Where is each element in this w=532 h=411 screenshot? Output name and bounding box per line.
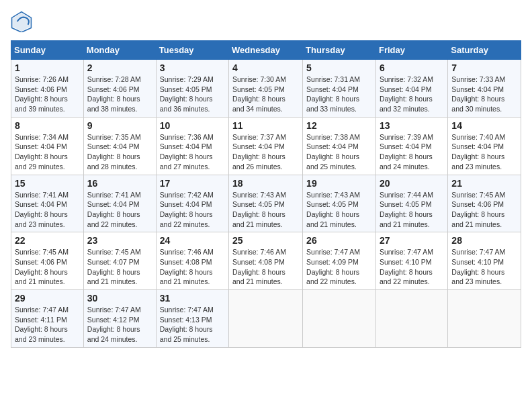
calendar-cell: 28Sunrise: 7:47 AMSunset: 4:10 PMDayligh… — [448, 232, 521, 290]
day-number: 22 — [15, 235, 80, 246]
day-info: Sunrise: 7:41 AMSunset: 4:04 PMDaylight:… — [87, 190, 152, 230]
calendar-cell: 14Sunrise: 7:40 AMSunset: 4:04 PMDayligh… — [448, 117, 521, 175]
day-number: 7 — [451, 62, 517, 73]
day-info: Sunrise: 7:43 AMSunset: 4:05 PMDaylight:… — [232, 190, 299, 230]
day-number: 27 — [380, 235, 444, 246]
calendar-cell: 21Sunrise: 7:45 AMSunset: 4:06 PMDayligh… — [448, 175, 521, 232]
day-info: Sunrise: 7:37 AMSunset: 4:04 PMDaylight:… — [232, 132, 299, 172]
day-info: Sunrise: 7:47 AMSunset: 4:10 PMDaylight:… — [380, 247, 444, 287]
calendar-cell — [375, 290, 447, 348]
header-friday: Friday — [375, 41, 447, 60]
header-thursday: Thursday — [303, 41, 376, 60]
day-number: 4 — [232, 62, 299, 73]
day-number: 6 — [380, 62, 444, 73]
calendar-cell: 30Sunrise: 7:47 AMSunset: 4:12 PMDayligh… — [83, 290, 156, 348]
day-info: Sunrise: 7:33 AMSunset: 4:04 PMDaylight:… — [451, 75, 517, 114]
calendar-cell: 20Sunrise: 7:44 AMSunset: 4:05 PMDayligh… — [375, 175, 447, 232]
day-number: 31 — [160, 293, 225, 304]
calendar-cell: 9Sunrise: 7:35 AMSunset: 4:04 PMDaylight… — [83, 117, 156, 175]
day-number: 1 — [15, 62, 80, 73]
calendar-cell: 3Sunrise: 7:29 AMSunset: 4:05 PMDaylight… — [156, 60, 228, 118]
day-number: 20 — [380, 178, 444, 189]
day-number: 11 — [232, 120, 299, 131]
day-info: Sunrise: 7:30 AMSunset: 4:05 PMDaylight:… — [232, 75, 299, 114]
day-info: Sunrise: 7:47 AMSunset: 4:13 PMDaylight:… — [160, 305, 225, 345]
calendar-cell: 29Sunrise: 7:47 AMSunset: 4:11 PMDayligh… — [11, 290, 84, 348]
calendar-week-row: 15Sunrise: 7:41 AMSunset: 4:04 PMDayligh… — [11, 175, 521, 232]
calendar-cell: 10Sunrise: 7:36 AMSunset: 4:04 PMDayligh… — [156, 117, 228, 175]
day-number: 19 — [306, 178, 372, 189]
calendar-header-row: Sunday Monday Tuesday Wednesday Thursday… — [11, 41, 521, 60]
day-info: Sunrise: 7:46 AMSunset: 4:08 PMDaylight:… — [160, 247, 225, 287]
calendar-week-row: 8Sunrise: 7:34 AMSunset: 4:04 PMDaylight… — [11, 117, 521, 175]
calendar-cell: 1Sunrise: 7:26 AMSunset: 4:06 PMDaylight… — [11, 60, 84, 118]
day-number: 17 — [160, 178, 225, 189]
day-info: Sunrise: 7:39 AMSunset: 4:04 PMDaylight:… — [380, 132, 444, 172]
day-number: 9 — [87, 120, 152, 131]
day-info: Sunrise: 7:44 AMSunset: 4:05 PMDaylight:… — [380, 190, 444, 230]
day-number: 14 — [451, 120, 517, 131]
calendar-week-row: 29Sunrise: 7:47 AMSunset: 4:11 PMDayligh… — [11, 290, 521, 348]
calendar-cell: 25Sunrise: 7:46 AMSunset: 4:08 PMDayligh… — [229, 232, 303, 290]
calendar-cell: 7Sunrise: 7:33 AMSunset: 4:04 PMDaylight… — [448, 60, 521, 118]
calendar-cell: 11Sunrise: 7:37 AMSunset: 4:04 PMDayligh… — [229, 117, 303, 175]
calendar-cell: 17Sunrise: 7:42 AMSunset: 4:04 PMDayligh… — [156, 175, 228, 232]
calendar-cell: 23Sunrise: 7:45 AMSunset: 4:07 PMDayligh… — [83, 232, 156, 290]
logo-icon — [11, 11, 32, 32]
day-number: 12 — [306, 120, 372, 131]
day-number: 24 — [160, 235, 225, 246]
header-saturday: Saturday — [448, 41, 521, 60]
header-wednesday: Wednesday — [229, 41, 303, 60]
calendar-cell: 22Sunrise: 7:45 AMSunset: 4:06 PMDayligh… — [11, 232, 84, 290]
day-number: 21 — [451, 178, 517, 189]
header-sunday: Sunday — [11, 41, 84, 60]
calendar-cell: 24Sunrise: 7:46 AMSunset: 4:08 PMDayligh… — [156, 232, 228, 290]
header-monday: Monday — [83, 41, 156, 60]
day-number: 3 — [160, 62, 225, 73]
day-number: 29 — [15, 293, 80, 304]
calendar-week-row: 22Sunrise: 7:45 AMSunset: 4:06 PMDayligh… — [11, 232, 521, 290]
day-info: Sunrise: 7:45 AMSunset: 4:06 PMDaylight:… — [451, 190, 517, 230]
day-info: Sunrise: 7:47 AMSunset: 4:10 PMDaylight:… — [451, 247, 517, 287]
day-number: 23 — [87, 235, 152, 246]
logo — [11, 11, 35, 32]
day-info: Sunrise: 7:41 AMSunset: 4:04 PMDaylight:… — [15, 190, 80, 230]
calendar-cell — [229, 290, 303, 348]
calendar-cell: 12Sunrise: 7:38 AMSunset: 4:04 PMDayligh… — [303, 117, 376, 175]
day-number: 30 — [87, 293, 152, 304]
day-number: 25 — [232, 235, 299, 246]
day-info: Sunrise: 7:40 AMSunset: 4:04 PMDaylight:… — [451, 132, 517, 172]
calendar-cell: 5Sunrise: 7:31 AMSunset: 4:04 PMDaylight… — [303, 60, 376, 118]
calendar-cell: 4Sunrise: 7:30 AMSunset: 4:05 PMDaylight… — [229, 60, 303, 118]
day-number: 26 — [306, 235, 372, 246]
day-number: 10 — [160, 120, 225, 131]
day-info: Sunrise: 7:42 AMSunset: 4:04 PMDaylight:… — [160, 190, 225, 230]
day-number: 18 — [232, 178, 299, 189]
day-number: 5 — [306, 62, 372, 73]
calendar-cell: 6Sunrise: 7:32 AMSunset: 4:04 PMDaylight… — [375, 60, 447, 118]
day-info: Sunrise: 7:36 AMSunset: 4:04 PMDaylight:… — [160, 132, 225, 172]
day-info: Sunrise: 7:34 AMSunset: 4:04 PMDaylight:… — [15, 132, 80, 172]
calendar-cell: 31Sunrise: 7:47 AMSunset: 4:13 PMDayligh… — [156, 290, 228, 348]
day-number: 2 — [87, 62, 152, 73]
calendar-cell: 16Sunrise: 7:41 AMSunset: 4:04 PMDayligh… — [83, 175, 156, 232]
day-info: Sunrise: 7:29 AMSunset: 4:05 PMDaylight:… — [160, 75, 225, 114]
calendar-cell: 2Sunrise: 7:28 AMSunset: 4:06 PMDaylight… — [83, 60, 156, 118]
calendar-cell: 26Sunrise: 7:47 AMSunset: 4:09 PMDayligh… — [303, 232, 376, 290]
day-info: Sunrise: 7:46 AMSunset: 4:08 PMDaylight:… — [232, 247, 299, 287]
day-info: Sunrise: 7:26 AMSunset: 4:06 PMDaylight:… — [15, 75, 80, 114]
day-info: Sunrise: 7:31 AMSunset: 4:04 PMDaylight:… — [306, 75, 372, 114]
calendar-cell: 19Sunrise: 7:43 AMSunset: 4:05 PMDayligh… — [303, 175, 376, 232]
page-header — [11, 11, 521, 32]
day-info: Sunrise: 7:45 AMSunset: 4:06 PMDaylight:… — [15, 247, 80, 287]
header-tuesday: Tuesday — [156, 41, 228, 60]
day-number: 16 — [87, 178, 152, 189]
calendar-cell — [448, 290, 521, 348]
day-number: 13 — [380, 120, 444, 131]
calendar-cell — [303, 290, 376, 348]
day-info: Sunrise: 7:45 AMSunset: 4:07 PMDaylight:… — [87, 247, 152, 287]
day-info: Sunrise: 7:47 AMSunset: 4:11 PMDaylight:… — [15, 305, 80, 345]
day-number: 28 — [451, 235, 517, 246]
calendar-cell: 13Sunrise: 7:39 AMSunset: 4:04 PMDayligh… — [375, 117, 447, 175]
day-info: Sunrise: 7:35 AMSunset: 4:04 PMDaylight:… — [87, 132, 152, 172]
